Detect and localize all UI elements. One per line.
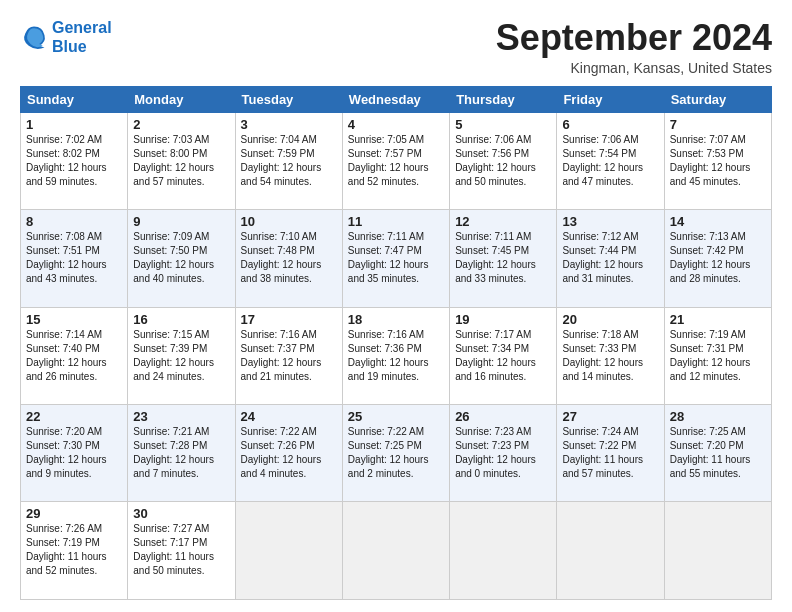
calendar-day-cell: 24Sunrise: 7:22 AMSunset: 7:26 PMDayligh… bbox=[235, 405, 342, 502]
calendar-day-cell: 19Sunrise: 7:17 AMSunset: 7:34 PMDayligh… bbox=[450, 307, 557, 404]
calendar-week-row: 1Sunrise: 7:02 AMSunset: 8:02 PMDaylight… bbox=[21, 112, 772, 209]
day-number: 29 bbox=[26, 506, 122, 521]
calendar-day-cell: 18Sunrise: 7:16 AMSunset: 7:36 PMDayligh… bbox=[342, 307, 449, 404]
calendar-day-cell bbox=[235, 502, 342, 600]
calendar-day-cell: 11Sunrise: 7:11 AMSunset: 7:47 PMDayligh… bbox=[342, 210, 449, 307]
calendar-day-cell: 14Sunrise: 7:13 AMSunset: 7:42 PMDayligh… bbox=[664, 210, 771, 307]
calendar-day-cell: 1Sunrise: 7:02 AMSunset: 8:02 PMDaylight… bbox=[21, 112, 128, 209]
day-info: Sunrise: 7:06 AMSunset: 7:54 PMDaylight:… bbox=[562, 133, 658, 189]
day-info: Sunrise: 7:12 AMSunset: 7:44 PMDaylight:… bbox=[562, 230, 658, 286]
day-info: Sunrise: 7:08 AMSunset: 7:51 PMDaylight:… bbox=[26, 230, 122, 286]
weekday-header: Friday bbox=[557, 86, 664, 112]
day-number: 27 bbox=[562, 409, 658, 424]
day-number: 3 bbox=[241, 117, 337, 132]
calendar-day-cell: 17Sunrise: 7:16 AMSunset: 7:37 PMDayligh… bbox=[235, 307, 342, 404]
day-number: 7 bbox=[670, 117, 766, 132]
calendar-day-cell: 30Sunrise: 7:27 AMSunset: 7:17 PMDayligh… bbox=[128, 502, 235, 600]
day-info: Sunrise: 7:24 AMSunset: 7:22 PMDaylight:… bbox=[562, 425, 658, 481]
day-info: Sunrise: 7:09 AMSunset: 7:50 PMDaylight:… bbox=[133, 230, 229, 286]
day-info: Sunrise: 7:11 AMSunset: 7:45 PMDaylight:… bbox=[455, 230, 551, 286]
weekday-header: Saturday bbox=[664, 86, 771, 112]
calendar-day-cell: 25Sunrise: 7:22 AMSunset: 7:25 PMDayligh… bbox=[342, 405, 449, 502]
calendar-day-cell: 22Sunrise: 7:20 AMSunset: 7:30 PMDayligh… bbox=[21, 405, 128, 502]
day-number: 26 bbox=[455, 409, 551, 424]
logo-icon bbox=[20, 23, 48, 51]
day-info: Sunrise: 7:17 AMSunset: 7:34 PMDaylight:… bbox=[455, 328, 551, 384]
calendar-day-cell bbox=[664, 502, 771, 600]
calendar-day-cell bbox=[557, 502, 664, 600]
calendar-day-cell: 2Sunrise: 7:03 AMSunset: 8:00 PMDaylight… bbox=[128, 112, 235, 209]
day-number: 25 bbox=[348, 409, 444, 424]
day-info: Sunrise: 7:04 AMSunset: 7:59 PMDaylight:… bbox=[241, 133, 337, 189]
day-number: 23 bbox=[133, 409, 229, 424]
calendar-day-cell: 23Sunrise: 7:21 AMSunset: 7:28 PMDayligh… bbox=[128, 405, 235, 502]
calendar-day-cell: 10Sunrise: 7:10 AMSunset: 7:48 PMDayligh… bbox=[235, 210, 342, 307]
day-number: 9 bbox=[133, 214, 229, 229]
day-number: 11 bbox=[348, 214, 444, 229]
weekday-header: Tuesday bbox=[235, 86, 342, 112]
day-info: Sunrise: 7:26 AMSunset: 7:19 PMDaylight:… bbox=[26, 522, 122, 578]
day-info: Sunrise: 7:13 AMSunset: 7:42 PMDaylight:… bbox=[670, 230, 766, 286]
calendar-day-cell bbox=[450, 502, 557, 600]
calendar-week-row: 8Sunrise: 7:08 AMSunset: 7:51 PMDaylight… bbox=[21, 210, 772, 307]
weekday-header: Wednesday bbox=[342, 86, 449, 112]
location: Kingman, Kansas, United States bbox=[496, 60, 772, 76]
calendar-day-cell: 15Sunrise: 7:14 AMSunset: 7:40 PMDayligh… bbox=[21, 307, 128, 404]
day-number: 24 bbox=[241, 409, 337, 424]
day-number: 5 bbox=[455, 117, 551, 132]
calendar-day-cell: 3Sunrise: 7:04 AMSunset: 7:59 PMDaylight… bbox=[235, 112, 342, 209]
day-number: 14 bbox=[670, 214, 766, 229]
calendar-day-cell: 7Sunrise: 7:07 AMSunset: 7:53 PMDaylight… bbox=[664, 112, 771, 209]
day-info: Sunrise: 7:16 AMSunset: 7:36 PMDaylight:… bbox=[348, 328, 444, 384]
calendar-day-cell bbox=[342, 502, 449, 600]
page: General Blue September 2024 Kingman, Kan… bbox=[0, 0, 792, 612]
day-info: Sunrise: 7:05 AMSunset: 7:57 PMDaylight:… bbox=[348, 133, 444, 189]
calendar-week-row: 22Sunrise: 7:20 AMSunset: 7:30 PMDayligh… bbox=[21, 405, 772, 502]
day-info: Sunrise: 7:15 AMSunset: 7:39 PMDaylight:… bbox=[133, 328, 229, 384]
calendar-day-cell: 6Sunrise: 7:06 AMSunset: 7:54 PMDaylight… bbox=[557, 112, 664, 209]
calendar-day-cell: 16Sunrise: 7:15 AMSunset: 7:39 PMDayligh… bbox=[128, 307, 235, 404]
day-info: Sunrise: 7:27 AMSunset: 7:17 PMDaylight:… bbox=[133, 522, 229, 578]
calendar-day-cell: 4Sunrise: 7:05 AMSunset: 7:57 PMDaylight… bbox=[342, 112, 449, 209]
day-number: 22 bbox=[26, 409, 122, 424]
day-info: Sunrise: 7:25 AMSunset: 7:20 PMDaylight:… bbox=[670, 425, 766, 481]
day-number: 16 bbox=[133, 312, 229, 327]
weekday-header: Thursday bbox=[450, 86, 557, 112]
day-info: Sunrise: 7:19 AMSunset: 7:31 PMDaylight:… bbox=[670, 328, 766, 384]
day-info: Sunrise: 7:11 AMSunset: 7:47 PMDaylight:… bbox=[348, 230, 444, 286]
day-number: 28 bbox=[670, 409, 766, 424]
title-block: September 2024 Kingman, Kansas, United S… bbox=[496, 18, 772, 76]
day-info: Sunrise: 7:18 AMSunset: 7:33 PMDaylight:… bbox=[562, 328, 658, 384]
weekday-header: Monday bbox=[128, 86, 235, 112]
calendar-day-cell: 13Sunrise: 7:12 AMSunset: 7:44 PMDayligh… bbox=[557, 210, 664, 307]
day-number: 8 bbox=[26, 214, 122, 229]
day-info: Sunrise: 7:03 AMSunset: 8:00 PMDaylight:… bbox=[133, 133, 229, 189]
calendar-header-row: SundayMondayTuesdayWednesdayThursdayFrid… bbox=[21, 86, 772, 112]
calendar-day-cell: 8Sunrise: 7:08 AMSunset: 7:51 PMDaylight… bbox=[21, 210, 128, 307]
weekday-header: Sunday bbox=[21, 86, 128, 112]
calendar-week-row: 15Sunrise: 7:14 AMSunset: 7:40 PMDayligh… bbox=[21, 307, 772, 404]
day-info: Sunrise: 7:21 AMSunset: 7:28 PMDaylight:… bbox=[133, 425, 229, 481]
logo-text: General Blue bbox=[52, 18, 112, 56]
day-number: 18 bbox=[348, 312, 444, 327]
calendar-day-cell: 20Sunrise: 7:18 AMSunset: 7:33 PMDayligh… bbox=[557, 307, 664, 404]
day-number: 13 bbox=[562, 214, 658, 229]
day-info: Sunrise: 7:22 AMSunset: 7:26 PMDaylight:… bbox=[241, 425, 337, 481]
day-number: 20 bbox=[562, 312, 658, 327]
calendar-week-row: 29Sunrise: 7:26 AMSunset: 7:19 PMDayligh… bbox=[21, 502, 772, 600]
day-info: Sunrise: 7:20 AMSunset: 7:30 PMDaylight:… bbox=[26, 425, 122, 481]
day-number: 12 bbox=[455, 214, 551, 229]
calendar-day-cell: 5Sunrise: 7:06 AMSunset: 7:56 PMDaylight… bbox=[450, 112, 557, 209]
calendar-day-cell: 28Sunrise: 7:25 AMSunset: 7:20 PMDayligh… bbox=[664, 405, 771, 502]
calendar-day-cell: 9Sunrise: 7:09 AMSunset: 7:50 PMDaylight… bbox=[128, 210, 235, 307]
day-number: 19 bbox=[455, 312, 551, 327]
day-number: 6 bbox=[562, 117, 658, 132]
day-number: 17 bbox=[241, 312, 337, 327]
calendar-day-cell: 21Sunrise: 7:19 AMSunset: 7:31 PMDayligh… bbox=[664, 307, 771, 404]
day-number: 30 bbox=[133, 506, 229, 521]
day-info: Sunrise: 7:14 AMSunset: 7:40 PMDaylight:… bbox=[26, 328, 122, 384]
calendar-day-cell: 27Sunrise: 7:24 AMSunset: 7:22 PMDayligh… bbox=[557, 405, 664, 502]
month-title: September 2024 bbox=[496, 18, 772, 58]
day-info: Sunrise: 7:10 AMSunset: 7:48 PMDaylight:… bbox=[241, 230, 337, 286]
day-info: Sunrise: 7:22 AMSunset: 7:25 PMDaylight:… bbox=[348, 425, 444, 481]
